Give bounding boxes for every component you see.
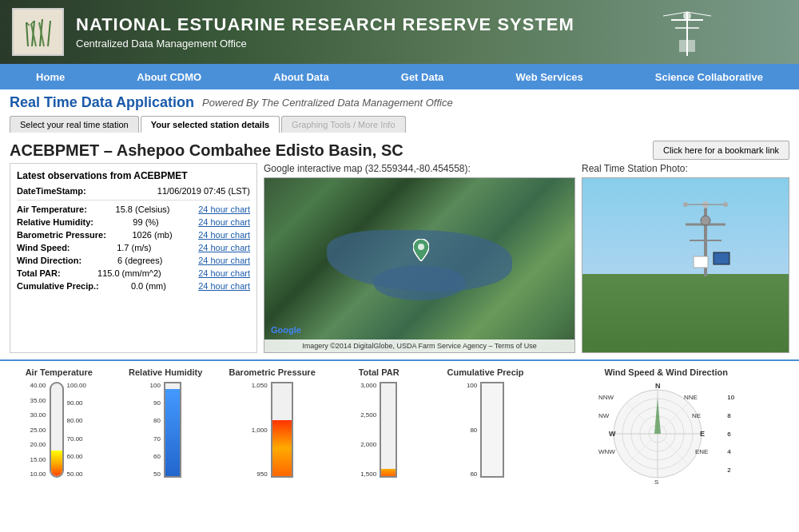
station-name: Ashepoo Combahee Edisto Basin, SC — [117, 141, 403, 159]
humidity-marker — [180, 387, 181, 390]
par-scale: 3,000 2,500 2,000 1,500 — [360, 382, 378, 478]
gauge-rel-humidity: Relative Humidity 100 90 80 70 60 50 — [116, 367, 214, 478]
obs-link-6[interactable]: 24 hour chart — [198, 281, 250, 291]
par-fill — [381, 469, 396, 476]
datetime-row: DateTimeStamp: 11/06/2019 07:45 (LST) — [17, 186, 250, 200]
obs-link-1[interactable]: 24 hour chart — [198, 217, 250, 227]
air-temp-fill — [51, 451, 62, 476]
baro-gauge-container: 1,050 1,000 950 — [223, 382, 321, 478]
obs-row: Barometric Pressure: 1026 (mb) 24 hour c… — [17, 230, 250, 240]
main-content: Latest observations from ACEBPMET DateTi… — [0, 163, 799, 359]
obs-label-0: Air Temperature: — [17, 204, 87, 214]
precip-gauge-container: 100 80 60 — [436, 382, 535, 478]
obs-link-0[interactable]: 24 hour chart — [198, 204, 250, 214]
obs-rows: Air Temperature: 15.8 (Celsius) 24 hour … — [17, 204, 250, 291]
tab-select-station[interactable]: Select your real time station — [10, 116, 139, 133]
datetime-value: 11/06/2019 07:45 (LST) — [157, 186, 250, 196]
svg-text:NNE: NNE — [684, 394, 698, 401]
map-container[interactable]: Google Imagery ©2014 DigitalGlobe, USDA … — [264, 177, 575, 353]
baro-fill — [272, 420, 292, 476]
obs-label-1: Relative Humidity: — [17, 217, 93, 227]
svg-text:NNW: NNW — [598, 394, 614, 401]
main-nav: Home About CDMO About Data Get Data Web … — [0, 64, 799, 89]
site-header: National Estuarine Research Reserve Syst… — [0, 0, 799, 64]
obs-row: Total PAR: 115.0 (mm/m^2) 24 hour chart — [17, 268, 250, 278]
nav-web-services[interactable]: Web Services — [499, 64, 598, 89]
par-gauge-container: 3,000 2,500 2,000 1,500 — [329, 382, 427, 478]
precip-cylinder — [480, 382, 504, 478]
nav-get-data[interactable]: Get Data — [385, 64, 459, 89]
svg-point-12 — [683, 12, 691, 20]
wind-rose-diagram: N E W S NNE NE ENE NW NNW WNW — [598, 382, 718, 486]
svg-rect-0 — [20, 14, 56, 50]
obs-label-2: Barometric Pressure: — [17, 230, 106, 240]
header-text-block: National Estuarine Research Reserve Syst… — [76, 14, 574, 50]
tab-station-details[interactable]: Your selected station details — [141, 116, 280, 133]
humidity-fill — [165, 389, 180, 476]
page-subtitle: Powered By The Centralized Data Manageme… — [202, 97, 453, 109]
photo-title: Real Time Station Photo: — [582, 163, 789, 174]
humidity-cylinder — [164, 382, 181, 478]
obs-value-2: 1026 (mb) — [132, 230, 172, 240]
obs-row: Cumulative Precip.: 0.0 (mm) 24 hour cha… — [17, 281, 250, 291]
precip-scale: 100 80 60 — [467, 382, 479, 478]
tab-graphing-tools[interactable]: Graphing Tools / More Info — [281, 116, 405, 133]
nav-science-collab[interactable]: Science Collaborative — [639, 64, 779, 89]
nav-home[interactable]: Home — [20, 64, 81, 89]
gauge-baro-title: Barometric Pressure — [223, 367, 321, 377]
svg-text:W: W — [609, 430, 616, 438]
svg-rect-27 — [714, 252, 729, 264]
obs-value-0: 15.8 (Celsius) — [116, 204, 170, 214]
gauge-precip: Cumulative Precip 100 80 60 — [436, 367, 535, 478]
obs-label-3: Wind Speed: — [17, 243, 70, 252]
svg-point-26 — [723, 202, 728, 207]
obs-row: Wind Direction: 6 (degrees) 24 hour char… — [17, 256, 250, 265]
logo — [12, 8, 64, 56]
humidity-gauge-container: 100 90 80 70 60 50 — [116, 382, 214, 478]
svg-text:S: S — [654, 478, 658, 486]
obs-link-4[interactable]: 24 hour chart — [198, 256, 250, 265]
gauge-humidity-title: Relative Humidity — [116, 367, 214, 377]
svg-text:N: N — [655, 382, 661, 390]
obs-link-5[interactable]: 24 hour chart — [198, 268, 250, 278]
air-temp-thermometer — [50, 382, 64, 478]
site-subtitle: Centralized Data Management Office — [76, 38, 574, 50]
obs-row: Relative Humidity: 99 (%) 24 hour chart — [17, 217, 250, 227]
air-temp-scale-right: 100.00 90.00 80.00 70.00 60.00 50.00 — [66, 382, 88, 478]
map-attribution: Imagery ©2014 DigitalGlobe, USDA Farm Se… — [264, 339, 574, 352]
obs-link-3[interactable]: 24 hour chart — [198, 243, 250, 252]
datetime-label: DateTimeStamp: — [17, 186, 86, 196]
nav-about-cdmo[interactable]: About CDMO — [121, 64, 217, 89]
obs-panel-title: Latest observations from ACEBPMET — [17, 170, 250, 181]
svg-point-16 — [418, 244, 424, 250]
obs-link-2[interactable]: 24 hour chart — [198, 230, 250, 240]
gauge-wind-rose: Wind Speed & Wind Direction — [543, 367, 789, 486]
gauge-total-par: Total PAR 3,000 2,500 2,000 1,500 — [329, 367, 427, 478]
wind-scale: 10 8 6 4 2 — [727, 394, 734, 474]
station-code: ACEBPMET — [10, 141, 99, 159]
svg-rect-28 — [694, 256, 708, 268]
site-title: National Estuarine Research Reserve Syst… — [76, 14, 574, 35]
photo-container — [582, 177, 789, 353]
page-title-bar: Real Time Data Application Powered By Th… — [0, 89, 799, 116]
svg-text:WNW: WNW — [598, 448, 615, 455]
gauge-wind-title: Wind Speed & Wind Direction — [543, 367, 789, 377]
bookmark-button[interactable]: Click here for a bookmark link — [653, 141, 789, 160]
svg-text:ENE: ENE — [695, 448, 708, 455]
gauge-baro-pressure: Barometric Pressure 1,050 1,000 950 — [223, 367, 321, 478]
obs-label-4: Wind Direction: — [17, 256, 81, 265]
baro-marker — [292, 418, 293, 420]
gauge-air-temp-title: Air Temperature — [10, 367, 108, 377]
obs-value-1: 99 (%) — [133, 217, 158, 227]
nav-about-data[interactable]: About Data — [257, 64, 344, 89]
obs-value-4: 6 (degrees) — [117, 256, 162, 265]
svg-rect-13 — [679, 40, 695, 52]
map-title: Google interactive map (32.559344,-80.45… — [264, 163, 575, 174]
svg-text:E: E — [700, 430, 705, 438]
observations-panel: Latest observations from ACEBPMET DateTi… — [10, 163, 257, 353]
station-header: ACEBPMET – Ashepoo Combahee Edisto Basin… — [0, 136, 799, 163]
tab-bar: Select your real time station Your selec… — [0, 116, 799, 133]
obs-value-6: 0.0 (mm) — [131, 281, 166, 291]
humidity-scale: 100 90 80 70 60 50 — [150, 382, 162, 478]
air-temp-scale-left: 40.00 35.00 30.00 25.00 20.00 15.00 10.0… — [30, 382, 47, 478]
